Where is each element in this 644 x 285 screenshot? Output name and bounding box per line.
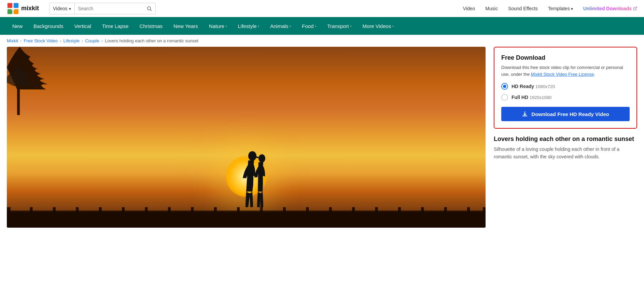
option-full-hd[interactable]: Full HD 1920x1080: [501, 94, 630, 101]
nav-video[interactable]: Video: [463, 6, 475, 11]
nav-music[interactable]: Music: [485, 6, 498, 11]
download-desc-end: .: [594, 72, 595, 77]
search-container: Videos: [49, 3, 156, 14]
option-hd-ready[interactable]: HD Ready 1080x720: [501, 83, 630, 90]
hd-ready-dims: 1080x720: [535, 84, 555, 89]
radio-hd-ready[interactable]: [501, 83, 508, 90]
lifestyle-chevron-icon: ›: [258, 24, 260, 28]
search-input[interactable]: [75, 3, 143, 14]
download-arrow-icon: [522, 111, 528, 117]
license-link[interactable]: Mixkit Stock Video Free License: [531, 72, 594, 77]
ground: [7, 212, 486, 228]
hd-ready-type: HD Ready: [512, 84, 534, 89]
full-hd-dims: 1920x1080: [530, 95, 551, 100]
download-box: Free Download Download this free stock v…: [494, 47, 637, 129]
download-btn-label: Download Free HD Ready Video: [531, 111, 609, 117]
svg-point-6: [147, 6, 150, 10]
nav-unlimited[interactable]: Unlimited Downloads: [583, 6, 637, 11]
cat-vertical[interactable]: Vertical: [69, 17, 97, 35]
nav-sound-effects[interactable]: Sound Effects: [508, 6, 538, 11]
breadcrumb-sep-3: ›: [82, 38, 83, 43]
breadcrumb-couple[interactable]: Couple: [85, 38, 99, 43]
svg-line-8: [635, 7, 637, 9]
unlimited-label: Unlimited Downloads: [583, 6, 632, 11]
videos-label: Videos: [53, 6, 68, 11]
cat-new-years[interactable]: New Years: [168, 17, 204, 35]
download-description: Download this free stock video clip for …: [501, 64, 630, 77]
cat-time-lapse[interactable]: Time Lapse: [97, 17, 134, 35]
more-chevron-icon: ›: [392, 24, 394, 28]
couple-silhouette: [235, 147, 276, 209]
svg-point-11: [258, 154, 265, 162]
radio-inner-hd: [503, 85, 506, 88]
breadcrumb-sep-1: ›: [20, 38, 22, 43]
search-button[interactable]: [143, 3, 155, 14]
cat-nature[interactable]: Nature ›: [204, 17, 233, 35]
external-link-icon: [633, 6, 637, 11]
breadcrumb-mixkit[interactable]: Mixkit: [7, 38, 18, 43]
nature-chevron-icon: ›: [226, 24, 227, 28]
search-icon: [146, 6, 152, 11]
category-nav: New Backgrounds Vertical Time Lapse Chri…: [0, 17, 644, 35]
download-icon: [522, 111, 528, 117]
nav-templates[interactable]: Templates: [548, 6, 573, 11]
logo-text: mixkit: [21, 5, 39, 12]
svg-text:m: m: [11, 6, 15, 11]
download-panel: Free Download Download this free stock v…: [494, 47, 637, 228]
breadcrumb-sep-4: ›: [101, 38, 103, 43]
top-nav-links: Video Music Sound Effects Templates Unli…: [463, 6, 637, 11]
logo[interactable]: m mixkit: [7, 2, 39, 15]
video-section: /* rendered below */: [7, 47, 486, 228]
breadcrumb: Mixkit › Free Stock Video › Lifestyle › …: [0, 35, 644, 47]
cat-animals[interactable]: Animals ›: [265, 17, 296, 35]
main-content: /* rendered below */: [0, 47, 644, 234]
hd-ready-label: HD Ready 1080x720: [512, 84, 555, 89]
svg-line-7: [150, 10, 152, 11]
cat-transport[interactable]: Transport ›: [322, 17, 357, 35]
video-description: Silhouette of a loving couple holding ea…: [494, 145, 637, 161]
resolution-options: HD Ready 1080x720 Full HD 1920x1080: [501, 83, 630, 101]
cat-new[interactable]: New: [7, 17, 28, 35]
video-player[interactable]: /* rendered below */: [7, 47, 486, 228]
cat-christmas[interactable]: Christmas: [134, 17, 168, 35]
svg-rect-9: [17, 88, 20, 115]
templates-chevron-icon: [571, 6, 573, 11]
tree-silhouette: [7, 47, 102, 115]
breadcrumb-current: Lovers holding each other on a romantic …: [105, 38, 198, 43]
cat-backgrounds[interactable]: Backgrounds: [28, 17, 69, 35]
download-title: Free Download: [501, 54, 630, 61]
breadcrumb-sep-2: ›: [60, 38, 61, 43]
chevron-down-icon: [69, 6, 71, 11]
animals-chevron-icon: ›: [290, 24, 291, 28]
full-hd-label: Full HD 1920x1080: [512, 95, 551, 100]
cat-lifestyle[interactable]: Lifestyle ›: [233, 17, 265, 35]
top-nav: m mixkit Videos Video Music Sound Effect…: [0, 0, 644, 17]
logo-icon: m: [7, 2, 19, 15]
video-info: Lovers holding each other on a romantic …: [494, 136, 637, 161]
cat-more-videos[interactable]: More Videos ›: [357, 17, 399, 35]
full-hd-type: Full HD: [512, 95, 528, 100]
breadcrumb-free-stock-video[interactable]: Free Stock Video: [24, 38, 58, 43]
breadcrumb-lifestyle[interactable]: Lifestyle: [63, 38, 80, 43]
radio-full-hd[interactable]: [501, 94, 508, 101]
video-title: Lovers holding each other on a romantic …: [494, 136, 637, 143]
food-chevron-icon: ›: [315, 24, 316, 28]
transport-chevron-icon: ›: [350, 24, 352, 28]
videos-dropdown[interactable]: Videos: [50, 3, 75, 14]
cat-food[interactable]: Food ›: [296, 17, 322, 35]
download-button[interactable]: Download Free HD Ready Video: [501, 107, 630, 121]
